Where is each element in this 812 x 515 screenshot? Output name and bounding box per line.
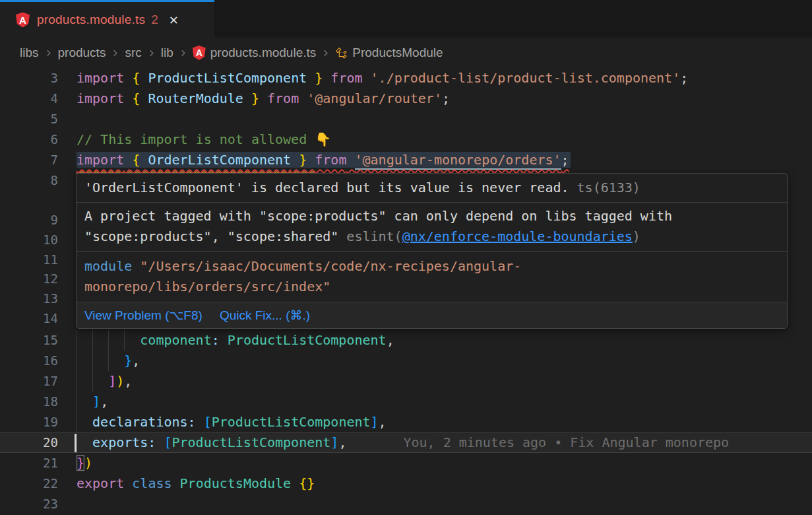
chevron-right-icon (44, 48, 53, 58)
line-number[interactable]: 11 (0, 250, 58, 270)
error-highlighted-statement: import { OrderListComponent } from '@ang… (77, 152, 571, 168)
angular-icon: A (16, 13, 30, 28)
eslint-rule-link[interactable]: @nx/enforce-module-boundaries (402, 228, 633, 244)
breadcrumb-item[interactable]: lib (161, 46, 173, 60)
breadcrumb-symbol[interactable]: ProductsModule (335, 46, 443, 60)
code-line[interactable]: import { RouterModule } from '@angular/r… (0, 88, 812, 109)
class-symbol-icon (335, 47, 348, 59)
code-line[interactable]: import { ProductListComponent } from './… (0, 68, 812, 88)
code-line[interactable]: }) (0, 453, 812, 473)
tab-problem-badge: 2 (151, 13, 158, 27)
code-line[interactable]: declarations: [ProductListComponent], (0, 412, 812, 432)
git-blame-annotation: You, 2 minutes ago • Fix Angular monorep… (403, 434, 729, 450)
vscode-window: A products.module.ts 2 ✕ libsproductssrc… (0, 0, 812, 515)
breadcrumb: libsproductssrclibAproducts.module.tsPro… (0, 38, 812, 68)
tab-title: products.module.ts (37, 13, 145, 27)
code-line[interactable]: // This import is not allowed 👇 (0, 129, 812, 150)
code-line[interactable]: ], (0, 392, 812, 412)
tab-bar: A products.module.ts 2 ✕ (0, 0, 812, 38)
code-line[interactable]: }, (0, 351, 812, 371)
chevron-right-icon (178, 48, 188, 58)
chevron-right-icon (110, 48, 120, 58)
code-line[interactable]: export class ProductsModule {} (0, 473, 812, 494)
code-line[interactable]: component: ProductListComponent, (0, 330, 812, 351)
line-number[interactable]: 14 (0, 308, 58, 329)
module-path-info: module "/Users/isaac/Documents/code/nx-r… (77, 251, 787, 302)
line-number[interactable]: 9 (0, 210, 58, 230)
angular-icon: A (193, 46, 206, 60)
ts-error-code: ts(6133) (577, 180, 640, 195)
breadcrumb-item[interactable]: src (125, 46, 141, 60)
hover-popup: 'OrderListComponent' is declared but its… (76, 173, 788, 329)
code-line[interactable]: import { OrderListComponent } from '@ang… (0, 150, 812, 170)
breadcrumb-item[interactable]: libs (20, 46, 39, 60)
chevron-right-icon (146, 48, 156, 58)
close-icon[interactable]: ✕ (169, 13, 179, 27)
line-number[interactable]: 12 (0, 269, 58, 289)
eslint-error-message: A project tagged with "scope:products" c… (77, 202, 787, 251)
ts-error-message: 'OrderListComponent' is declared but its… (77, 174, 787, 202)
view-problem-action[interactable]: View Problem (⌥F8) (84, 305, 203, 326)
line-number[interactable]: 10 (0, 230, 58, 250)
line-number[interactable]: 8 (0, 170, 58, 191)
line-number[interactable]: 13 (0, 289, 58, 309)
breadcrumb-file[interactable]: Aproducts.module.ts (193, 46, 317, 60)
tab-products-module[interactable]: A products.module.ts 2 ✕ (0, 0, 214, 38)
line-number[interactable]: 5 (0, 109, 58, 129)
code-line[interactable]: ]), (0, 371, 812, 392)
chevron-right-icon (321, 48, 330, 58)
quick-fix-action[interactable]: Quick Fix... (⌘.) (220, 305, 310, 326)
breadcrumb-item[interactable]: products (58, 46, 106, 60)
line-number[interactable]: 23 (0, 494, 58, 514)
text-cursor (75, 434, 77, 452)
code-line[interactable]: exports: [ProductListComponent],You, 2 m… (0, 432, 812, 453)
hover-status-bar: View Problem (⌥F8) Quick Fix... (⌘.) (77, 302, 787, 328)
